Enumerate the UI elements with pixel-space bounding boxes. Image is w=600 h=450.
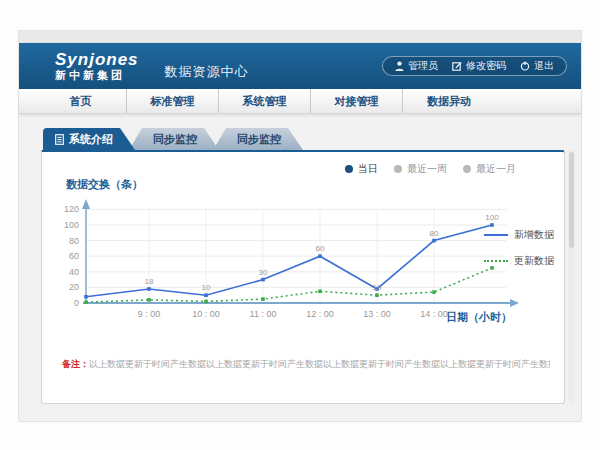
legend-item-new-data: 新增数据 [484,228,554,242]
nav-item-home[interactable]: 首页 [35,89,127,113]
range-filter: 当日 最近一周 最近一月 [345,162,516,176]
svg-text:80: 80 [69,236,79,246]
svg-text:13 : 00: 13 : 00 [363,309,391,319]
nav-item-standard-mgmt[interactable]: 标准管理 [127,89,219,113]
legend-label: 更新数据 [514,254,554,268]
app-header: Synjones 新中新集团 数据资源中心 管理员 修改密码 退出 [19,43,581,89]
edit-icon [452,61,462,71]
nav-item-integration-mgmt[interactable]: 对接管理 [311,89,403,113]
tab-label: 同步监控 [153,132,197,147]
logo-text: Synjones [55,51,139,68]
user-toolbar: 管理员 修改密码 退出 [382,56,567,76]
radio-dot-icon [463,165,471,173]
page-title: 数据资源中心 [165,63,249,81]
svg-text:11 : 00: 11 : 00 [250,309,277,319]
user-menu[interactable]: 管理员 [395,59,438,73]
tab-bar: 系统介绍 同步监控 同步监控 [43,128,303,150]
main-nav: 首页 标准管理 系统管理 对接管理 数据异动 [19,89,581,114]
user-icon [395,61,404,71]
top-strip [19,31,581,43]
svg-text:10 : 00: 10 : 00 [192,309,220,319]
chart-panel: 当日 最近一周 最近一月 数据交换（条） 0204060801001209 : … [41,150,565,404]
screen: Synjones 新中新集团 数据资源中心 管理员 修改密码 退出 [0,0,600,450]
legend-line-dotted [484,260,508,262]
svg-text:120: 120 [64,204,79,214]
nav-item-data-changes[interactable]: 数据异动 [403,89,495,113]
radio-label: 最近一周 [407,162,447,176]
svg-text:100: 100 [485,213,499,222]
radio-today[interactable]: 当日 [345,162,378,176]
chart-legend: 新增数据 更新数据 [484,228,554,280]
logo-subtext: 新中新集团 [55,70,139,81]
legend-item-updated-data: 更新数据 [484,254,554,268]
svg-text:14 : 00: 14 : 00 [420,309,448,319]
power-icon [520,61,530,71]
svg-text:60: 60 [316,244,325,253]
radio-label: 当日 [358,162,378,176]
radio-label: 最近一月 [476,162,516,176]
svg-text:10: 10 [373,283,382,292]
radio-dot-icon [394,165,402,173]
legend-label: 新增数据 [514,228,554,242]
change-password-label: 修改密码 [466,59,506,73]
svg-text:100: 100 [64,220,79,230]
logout-label: 退出 [534,59,554,73]
y-axis-title: 数据交换（条） [66,177,143,192]
x-axis-title: 日期（小时） [446,310,512,325]
document-icon [55,134,64,145]
tab-sync-monitor-1[interactable]: 同步监控 [129,128,219,150]
tab-label: 同步监控 [237,132,281,147]
user-label: 管理员 [408,59,438,73]
radio-last-month[interactable]: 最近一月 [463,162,516,176]
change-password-button[interactable]: 修改密码 [452,59,506,73]
svg-text:20: 20 [69,282,79,292]
svg-text:40: 40 [69,267,79,277]
svg-text:9 : 00: 9 : 00 [138,309,161,319]
svg-text:30: 30 [259,268,268,277]
nav-item-system-mgmt[interactable]: 系统管理 [219,89,311,113]
vertical-scrollbar[interactable] [568,150,575,404]
legend-line-solid [484,234,508,236]
content-area: 系统介绍 同步监控 同步监控 当日 最近一周 [19,114,581,421]
tab-label: 系统介绍 [69,132,113,147]
scrollbar-thumb[interactable] [569,152,574,248]
logout-button[interactable]: 退出 [520,59,554,73]
svg-text:18: 18 [145,277,154,286]
tab-sync-monitor-2[interactable]: 同步监控 [213,128,303,150]
svg-text:12 : 00: 12 : 00 [306,309,334,319]
app-window: Synjones 新中新集团 数据资源中心 管理员 修改密码 退出 [18,30,582,422]
radio-dot-icon [345,165,353,173]
svg-text:80: 80 [430,229,439,238]
brand-logo: Synjones 新中新集团 [55,51,139,81]
footnote: 备注：以上数据更新于时间产生数据以上数据更新于时间产生数据以上数据更新于时间产生… [62,358,550,371]
footnote-prefix: 备注： [62,359,89,369]
svg-text:0: 0 [74,298,79,308]
radio-last-week[interactable]: 最近一周 [394,162,447,176]
svg-text:60: 60 [69,251,79,261]
tab-system-intro[interactable]: 系统介绍 [43,128,135,150]
footnote-text: 以上数据更新于时间产生数据以上数据更新于时间产生数据以上数据更新于时间产生数据以… [89,359,550,369]
svg-text:10: 10 [202,283,211,292]
